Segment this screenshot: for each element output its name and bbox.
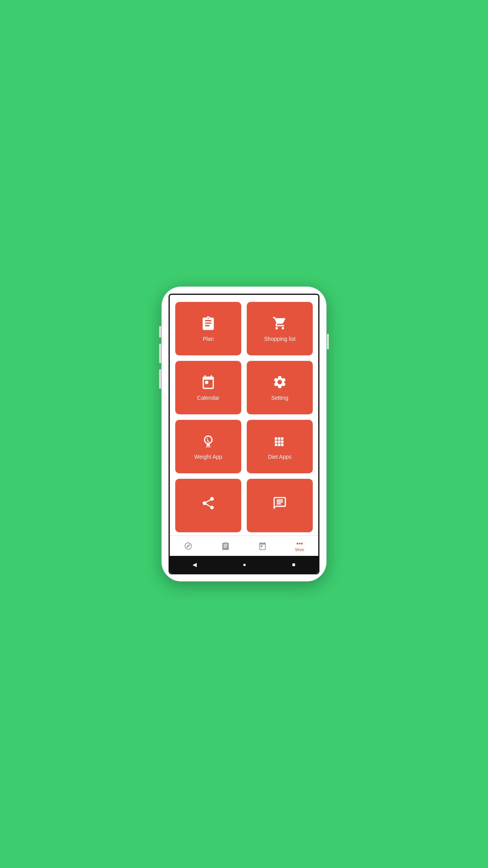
tile-plan[interactable]: Plan	[175, 302, 241, 355]
tile-weight-app[interactable]: Weight App	[175, 420, 241, 473]
grid-icon	[272, 434, 287, 451]
scale-icon	[201, 434, 216, 451]
calendar-icon	[201, 375, 216, 392]
review-icon	[272, 496, 287, 513]
cal-nav-icon	[258, 542, 267, 550]
clipboard-icon	[201, 316, 216, 333]
phone-frame: Plan Shopping list Calendar	[161, 287, 327, 581]
tile-calendar[interactable]: Calendar	[175, 361, 241, 414]
nav-item-more[interactable]: ••• More	[281, 541, 319, 552]
cart-icon	[272, 316, 287, 333]
tile-review[interactable]	[247, 479, 313, 532]
dots-icon: •••	[296, 541, 303, 547]
android-home-button[interactable]: ●	[243, 561, 246, 568]
android-nav-bar: ◀ ● ■	[170, 556, 318, 573]
tile-plan-label: Plan	[203, 336, 214, 342]
volume-up-button	[159, 326, 161, 338]
tile-setting-label: Setting	[271, 395, 288, 401]
tile-diet-apps[interactable]: Diet Apps	[247, 420, 313, 473]
tile-weight-app-label: Weight App	[194, 454, 222, 460]
tile-shopping-list-label: Shopping list	[264, 336, 295, 342]
tile-shopping-list[interactable]: Shopping list	[247, 302, 313, 355]
nav-item-home[interactable]	[170, 542, 207, 551]
phone-screen: Plan Shopping list Calendar	[169, 294, 319, 574]
bottom-nav: ••• More	[170, 535, 318, 556]
android-back-button[interactable]: ◀	[193, 561, 197, 568]
mute-button	[159, 369, 161, 389]
volume-down-button	[159, 344, 161, 363]
power-button	[327, 334, 329, 349]
tile-setting[interactable]: Setting	[247, 361, 313, 414]
app-grid: Plan Shopping list Calendar	[170, 295, 318, 535]
android-recent-button[interactable]: ■	[292, 561, 295, 568]
list-icon	[221, 542, 230, 550]
nav-more-label: More	[295, 548, 304, 552]
gear-icon	[272, 375, 287, 392]
compass-icon	[184, 542, 193, 550]
tile-share[interactable]	[175, 479, 241, 532]
share-icon	[201, 496, 216, 513]
tile-calendar-label: Calendar	[197, 395, 220, 401]
nav-item-list[interactable]	[207, 542, 244, 551]
tile-diet-apps-label: Diet Apps	[268, 454, 292, 460]
nav-item-calendar[interactable]	[244, 542, 281, 551]
